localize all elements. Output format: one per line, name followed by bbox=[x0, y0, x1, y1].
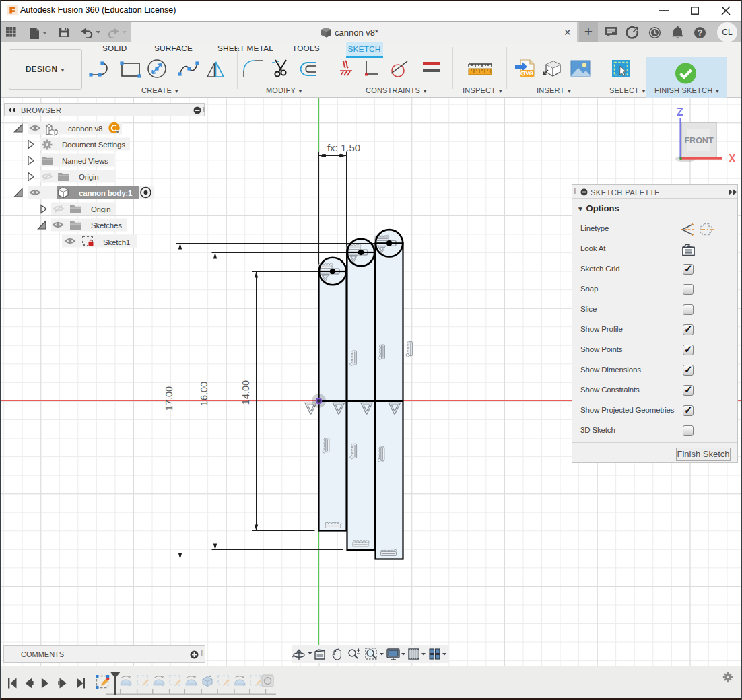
svg-text:Sketches: Sketches bbox=[91, 221, 122, 230]
svg-text:cannon v8: cannon v8 bbox=[68, 125, 102, 133]
svg-text:Sketch1: Sketch1 bbox=[103, 238, 130, 246]
svg-text:Origin: Origin bbox=[91, 205, 110, 213]
svg-text:Document Settings: Document Settings bbox=[62, 141, 125, 149]
svg-text:17.00: 17.00 bbox=[164, 386, 174, 411]
svg-text:14.00: 14.00 bbox=[240, 380, 251, 405]
svg-text:cannon body:1: cannon body:1 bbox=[79, 189, 133, 197]
svg-text:16.00: 16.00 bbox=[199, 382, 209, 406]
svg-text:?: ? bbox=[698, 28, 703, 38]
svg-text:X: X bbox=[729, 153, 736, 164]
svg-text:Z: Z bbox=[677, 106, 683, 118]
svg-text:Named Views: Named Views bbox=[62, 157, 108, 165]
svg-text:fx: 1.50: fx: 1.50 bbox=[327, 142, 360, 153]
svg-text:FRONT: FRONT bbox=[684, 136, 713, 145]
svg-text:SVG: SVG bbox=[522, 70, 534, 77]
svg-text:Origin: Origin bbox=[79, 173, 98, 181]
